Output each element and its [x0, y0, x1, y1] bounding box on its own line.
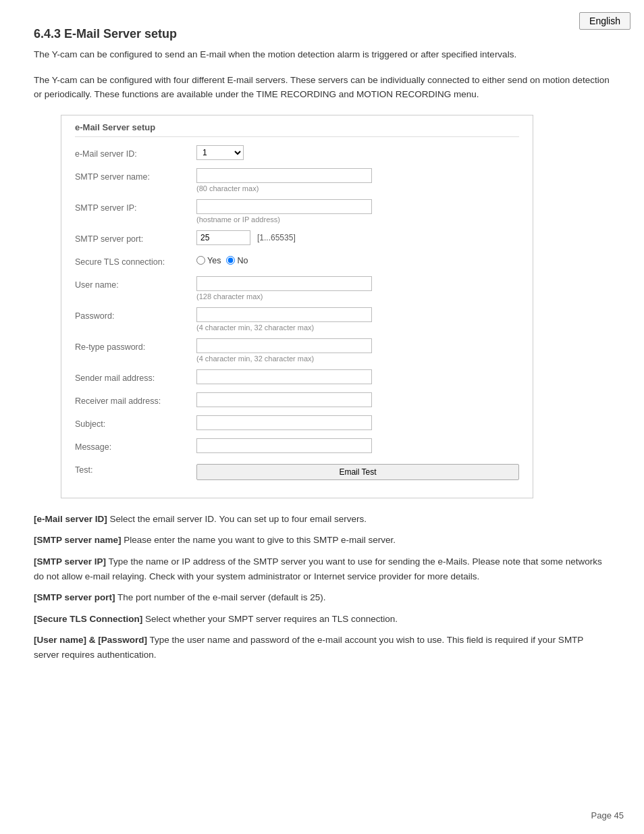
- desc-email-server-id-text: Select the email server ID. You can set …: [110, 514, 367, 524]
- password-control: (4 character min, 32 character max): [196, 307, 519, 336]
- intro-para2: The Y-cam can be configured with four di…: [34, 74, 610, 101]
- sender-mail-row: Sender mail address:: [75, 369, 519, 390]
- smtp-server-ip-label: SMTP server IP:: [75, 199, 196, 213]
- smtp-server-ip-hint: (hostname or IP address): [196, 215, 519, 224]
- user-name-hint: (128 character max): [196, 292, 519, 301]
- page-number: Page 45: [591, 810, 624, 820]
- smtp-server-port-control: [1...65535]: [196, 230, 519, 245]
- test-label: Test:: [75, 461, 196, 475]
- desc-smtp-server-name-key: [SMTP server name]: [34, 535, 122, 545]
- smtp-server-port-label: SMTP server port:: [75, 230, 196, 244]
- retype-password-control: (4 character min, 32 character max): [196, 338, 519, 367]
- email-server-id-select[interactable]: 1 2 3 4: [196, 145, 244, 160]
- desc-smtp-server-port: [SMTP server port] The port number of th…: [34, 590, 610, 605]
- password-hint: (4 character min, 32 character max): [196, 323, 519, 332]
- password-label: Password:: [75, 307, 196, 321]
- user-name-row: User name: (128 character max): [75, 276, 519, 305]
- secure-tls-control: Yes No: [196, 253, 519, 265]
- secure-tls-row: Secure TLS connection: Yes No: [75, 253, 519, 273]
- password-input[interactable]: [196, 307, 372, 322]
- desc-user-password-key: [User name] & [Password]: [34, 635, 147, 645]
- receiver-mail-input[interactable]: [196, 392, 372, 407]
- smtp-server-port-row: SMTP server port: [1...65535]: [75, 230, 519, 251]
- desc-smtp-server-port-key: [SMTP server port]: [34, 592, 115, 602]
- desc-smtp-server-name-text: Please enter the name you want to give t…: [124, 535, 396, 545]
- secure-tls-yes-label[interactable]: Yes: [196, 256, 221, 265]
- sender-mail-input[interactable]: [196, 369, 372, 384]
- message-row: Message:: [75, 438, 519, 459]
- subject-row: Subject:: [75, 415, 519, 436]
- desc-email-server-id-key: [e-Mail server ID]: [34, 514, 107, 524]
- secure-tls-no-label[interactable]: No: [226, 256, 248, 265]
- smtp-server-name-hint: (80 character max): [196, 184, 519, 192]
- smtp-server-port-range: [1...65535]: [257, 233, 296, 242]
- email-server-form: e-Mail Server setup e-Mail server ID: 1 …: [61, 115, 533, 498]
- smtp-server-name-label: SMTP server name:: [75, 168, 196, 182]
- secure-tls-label: Secure TLS connection:: [75, 253, 196, 267]
- retype-password-input[interactable]: [196, 338, 372, 353]
- smtp-server-ip-row: SMTP server IP: (hostname or IP address): [75, 199, 519, 228]
- sender-mail-control: [196, 369, 519, 384]
- smtp-server-name-control: (80 character max): [196, 168, 519, 197]
- user-name-control: (128 character max): [196, 276, 519, 305]
- password-row: Password: (4 character min, 32 character…: [75, 307, 519, 336]
- section-title: 6.4.3 E-Mail Server setup: [34, 27, 610, 41]
- user-name-label: User name:: [75, 276, 196, 290]
- subject-label: Subject:: [75, 415, 196, 429]
- desc-secure-tls-key: [Secure TLS Connection]: [34, 614, 142, 624]
- smtp-server-port-input[interactable]: [196, 230, 250, 245]
- smtp-server-ip-control: (hostname or IP address): [196, 199, 519, 228]
- test-row: Test: Email Test: [75, 461, 519, 481]
- desc-smtp-server-port-text: The port number of the e-mail server (de…: [117, 592, 325, 602]
- smtp-server-ip-input[interactable]: [196, 199, 372, 214]
- receiver-mail-row: Receiver mail address:: [75, 392, 519, 413]
- secure-tls-no-radio[interactable]: [226, 256, 235, 265]
- test-control: Email Test: [196, 461, 519, 480]
- desc-email-server-id: [e-Mail server ID] Select the email serv…: [34, 512, 610, 527]
- secure-tls-yes-radio[interactable]: [196, 256, 205, 265]
- form-title: e-Mail Server setup: [75, 122, 519, 137]
- desc-smtp-server-ip: [SMTP server IP] Type the name or IP add…: [34, 554, 610, 583]
- retype-password-row: Re-type password: (4 character min, 32 c…: [75, 338, 519, 367]
- smtp-server-name-input[interactable]: [196, 168, 372, 183]
- secure-tls-no-text: No: [237, 256, 248, 265]
- subject-input[interactable]: [196, 415, 372, 430]
- smtp-server-name-row: SMTP server name: (80 character max): [75, 168, 519, 197]
- descriptions-section: [e-Mail server ID] Select the email serv…: [34, 512, 610, 662]
- user-name-input[interactable]: [196, 276, 372, 291]
- email-server-id-label: e-Mail server ID:: [75, 145, 196, 159]
- desc-smtp-server-ip-key: [SMTP server IP]: [34, 556, 106, 567]
- desc-secure-tls: [Secure TLS Connection] Select whether y…: [34, 612, 610, 627]
- desc-smtp-server-ip-text: Type the name or IP address of the SMTP …: [34, 556, 602, 581]
- desc-secure-tls-text: Select whether your SMPT server requires…: [145, 614, 398, 624]
- retype-password-label: Re-type password:: [75, 338, 196, 352]
- subject-control: [196, 415, 519, 430]
- email-server-id-control: 1 2 3 4: [196, 145, 519, 160]
- message-control: [196, 438, 519, 453]
- retype-password-hint: (4 character min, 32 character max): [196, 355, 519, 363]
- receiver-mail-control: [196, 392, 519, 407]
- receiver-mail-label: Receiver mail address:: [75, 392, 196, 406]
- desc-smtp-server-name: [SMTP server name] Please enter the name…: [34, 533, 610, 548]
- sender-mail-label: Sender mail address:: [75, 369, 196, 383]
- email-test-button[interactable]: Email Test: [196, 464, 519, 480]
- secure-tls-yes-text: Yes: [207, 256, 221, 265]
- language-button[interactable]: English: [579, 12, 630, 30]
- desc-user-password: [User name] & [Password] Type the user n…: [34, 633, 610, 662]
- email-server-id-row: e-Mail server ID: 1 2 3 4: [75, 145, 519, 165]
- intro-para1: The Y-cam can be configured to send an E…: [34, 48, 610, 61]
- message-input[interactable]: [196, 438, 372, 453]
- message-label: Message:: [75, 438, 196, 452]
